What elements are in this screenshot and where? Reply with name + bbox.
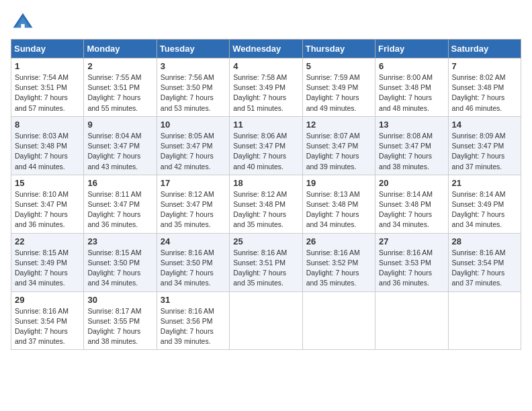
cell-content: Sunrise: 8:12 AM Sunset: 3:47 PM Dayligh… — [161, 189, 226, 230]
sunrise-label: Sunrise: 8:11 AM — [87, 190, 141, 198]
sunrise-label: Sunrise: 8:16 AM — [15, 307, 69, 315]
sunrise-label: Sunrise: 7:58 AM — [233, 73, 287, 81]
calendar-day-cell: 7 Sunrise: 8:02 AM Sunset: 3:48 PM Dayli… — [448, 58, 521, 117]
calendar-body: 1 Sunrise: 7:54 AM Sunset: 3:51 PM Dayli… — [11, 58, 521, 350]
day-number: 16 — [87, 178, 152, 188]
calendar-week-row: 22 Sunrise: 8:15 AM Sunset: 3:49 PM Dayl… — [11, 233, 521, 291]
calendar-day-cell: 4 Sunrise: 7:58 AM Sunset: 3:49 PM Dayli… — [230, 58, 302, 117]
sunrise-label: Sunrise: 7:54 AM — [15, 73, 69, 81]
cell-content: Sunrise: 8:10 AM Sunset: 3:47 PM Dayligh… — [15, 189, 80, 230]
sunrise-label: Sunrise: 8:00 AM — [379, 73, 433, 81]
sunset-label: Sunset: 3:47 PM — [452, 142, 504, 150]
calendar-day-cell: 18 Sunrise: 8:12 AM Sunset: 3:48 PM Dayl… — [230, 175, 302, 233]
daylight-label: Daylight: 7 hours and 37 minutes. — [452, 269, 505, 287]
daylight-label: Daylight: 7 hours and 37 minutes. — [452, 152, 505, 170]
weekday-header-cell: Monday — [84, 40, 157, 58]
calendar-day-cell: 22 Sunrise: 8:15 AM Sunset: 3:49 PM Dayl… — [11, 233, 84, 291]
sunset-label: Sunset: 3:50 PM — [161, 83, 213, 91]
sunset-label: Sunset: 3:54 PM — [15, 317, 67, 325]
cell-content: Sunrise: 8:17 AM Sunset: 3:55 PM Dayligh… — [87, 306, 152, 347]
sunset-label: Sunset: 3:47 PM — [161, 200, 213, 208]
logo — [11, 11, 38, 35]
sunrise-label: Sunrise: 8:02 AM — [452, 73, 506, 81]
cell-content: Sunrise: 8:14 AM Sunset: 3:49 PM Dayligh… — [452, 189, 517, 230]
calendar-day-cell: 17 Sunrise: 8:12 AM Sunset: 3:47 PM Dayl… — [157, 175, 229, 233]
cell-content: Sunrise: 8:09 AM Sunset: 3:47 PM Dayligh… — [452, 131, 517, 172]
sunrise-label: Sunrise: 8:07 AM — [306, 132, 360, 140]
sunset-label: Sunset: 3:54 PM — [452, 259, 504, 267]
sunrise-label: Sunrise: 7:59 AM — [306, 73, 360, 81]
sunset-label: Sunset: 3:49 PM — [306, 83, 359, 91]
cell-content: Sunrise: 8:14 AM Sunset: 3:48 PM Dayligh… — [379, 189, 444, 230]
daylight-label: Daylight: 7 hours and 34 minutes. — [15, 269, 68, 287]
daylight-label: Daylight: 7 hours and 44 minutes. — [15, 152, 68, 170]
day-number: 15 — [15, 178, 80, 188]
page-header — [11, 11, 521, 35]
daylight-label: Daylight: 7 hours and 38 minutes. — [87, 327, 140, 345]
day-number: 2 — [87, 61, 152, 71]
calendar-day-cell: 29 Sunrise: 8:16 AM Sunset: 3:54 PM Dayl… — [11, 291, 84, 350]
sunset-label: Sunset: 3:56 PM — [161, 317, 213, 325]
calendar-day-cell: 1 Sunrise: 7:54 AM Sunset: 3:51 PM Dayli… — [11, 58, 84, 117]
sunrise-label: Sunrise: 8:05 AM — [161, 132, 214, 140]
calendar-day-cell: 31 Sunrise: 8:16 AM Sunset: 3:56 PM Dayl… — [157, 291, 229, 350]
daylight-label: Daylight: 7 hours and 39 minutes. — [306, 152, 359, 170]
daylight-label: Daylight: 7 hours and 40 minutes. — [233, 152, 286, 170]
cell-content: Sunrise: 7:59 AM Sunset: 3:49 PM Dayligh… — [306, 73, 371, 113]
cell-content: Sunrise: 8:03 AM Sunset: 3:48 PM Dayligh… — [15, 131, 80, 172]
calendar-day-cell: 10 Sunrise: 8:05 AM Sunset: 3:47 PM Dayl… — [157, 116, 229, 175]
daylight-label: Daylight: 7 hours and 38 minutes. — [379, 152, 432, 170]
daylight-label: Daylight: 7 hours and 36 minutes. — [379, 269, 432, 287]
svg-rect-2 — [21, 24, 24, 29]
calendar-day-cell: 24 Sunrise: 8:16 AM Sunset: 3:50 PM Dayl… — [157, 233, 229, 291]
daylight-label: Daylight: 7 hours and 35 minutes. — [306, 269, 359, 287]
cell-content: Sunrise: 7:55 AM Sunset: 3:51 PM Dayligh… — [87, 73, 152, 113]
sunset-label: Sunset: 3:51 PM — [233, 259, 285, 267]
sunset-label: Sunset: 3:51 PM — [87, 83, 140, 91]
daylight-label: Daylight: 7 hours and 51 minutes. — [233, 93, 286, 111]
sunset-label: Sunset: 3:53 PM — [379, 259, 431, 267]
day-number: 7 — [452, 61, 517, 71]
sunset-label: Sunset: 3:50 PM — [161, 259, 213, 267]
sunrise-label: Sunrise: 8:09 AM — [452, 132, 506, 140]
day-number: 19 — [306, 178, 371, 188]
daylight-label: Daylight: 7 hours and 34 minutes. — [161, 269, 214, 287]
cell-content: Sunrise: 8:13 AM Sunset: 3:48 PM Dayligh… — [306, 189, 371, 230]
calendar-day-cell: 25 Sunrise: 8:16 AM Sunset: 3:51 PM Dayl… — [230, 233, 302, 291]
sunrise-label: Sunrise: 8:08 AM — [379, 132, 433, 140]
sunset-label: Sunset: 3:47 PM — [15, 200, 67, 208]
calendar-day-cell: 11 Sunrise: 8:06 AM Sunset: 3:47 PM Dayl… — [230, 116, 302, 175]
day-number: 17 — [161, 178, 226, 188]
calendar-day-cell: 6 Sunrise: 8:00 AM Sunset: 3:48 PM Dayli… — [375, 58, 448, 117]
day-number: 11 — [233, 120, 298, 130]
sunrise-label: Sunrise: 8:16 AM — [233, 248, 287, 257]
calendar-week-row: 29 Sunrise: 8:16 AM Sunset: 3:54 PM Dayl… — [11, 291, 521, 350]
calendar-day-cell — [448, 291, 521, 350]
cell-content: Sunrise: 7:54 AM Sunset: 3:51 PM Dayligh… — [15, 73, 80, 113]
daylight-label: Daylight: 7 hours and 34 minutes. — [87, 269, 140, 287]
weekday-header-cell: Thursday — [302, 40, 375, 58]
calendar-day-cell: 30 Sunrise: 8:17 AM Sunset: 3:55 PM Dayl… — [84, 291, 157, 350]
calendar-day-cell: 3 Sunrise: 7:56 AM Sunset: 3:50 PM Dayli… — [157, 58, 229, 117]
daylight-label: Daylight: 7 hours and 37 minutes. — [15, 327, 68, 345]
sunrise-label: Sunrise: 8:16 AM — [452, 248, 506, 257]
sunset-label: Sunset: 3:47 PM — [379, 142, 431, 150]
cell-content: Sunrise: 8:08 AM Sunset: 3:47 PM Dayligh… — [379, 131, 444, 172]
sunrise-label: Sunrise: 8:10 AM — [15, 190, 69, 198]
daylight-label: Daylight: 7 hours and 36 minutes. — [87, 210, 140, 228]
daylight-label: Daylight: 7 hours and 42 minutes. — [161, 152, 214, 170]
calendar-day-cell — [230, 291, 302, 350]
day-number: 1 — [15, 61, 80, 71]
weekday-header-row: SundayMondayTuesdayWednesdayThursdayFrid… — [11, 40, 521, 58]
calendar-day-cell: 26 Sunrise: 8:16 AM Sunset: 3:52 PM Dayl… — [302, 233, 375, 291]
cell-content: Sunrise: 8:15 AM Sunset: 3:50 PM Dayligh… — [87, 248, 152, 289]
sunset-label: Sunset: 3:49 PM — [233, 83, 285, 91]
cell-content: Sunrise: 8:07 AM Sunset: 3:47 PM Dayligh… — [306, 131, 371, 172]
cell-content: Sunrise: 8:16 AM Sunset: 3:50 PM Dayligh… — [161, 248, 226, 289]
calendar-day-cell: 12 Sunrise: 8:07 AM Sunset: 3:47 PM Dayl… — [302, 116, 375, 175]
cell-content: Sunrise: 8:04 AM Sunset: 3:47 PM Dayligh… — [87, 131, 152, 172]
daylight-label: Daylight: 7 hours and 48 minutes. — [379, 93, 432, 111]
daylight-label: Daylight: 7 hours and 43 minutes. — [87, 152, 140, 170]
sunset-label: Sunset: 3:48 PM — [233, 200, 285, 208]
weekday-header-cell: Wednesday — [230, 40, 302, 58]
